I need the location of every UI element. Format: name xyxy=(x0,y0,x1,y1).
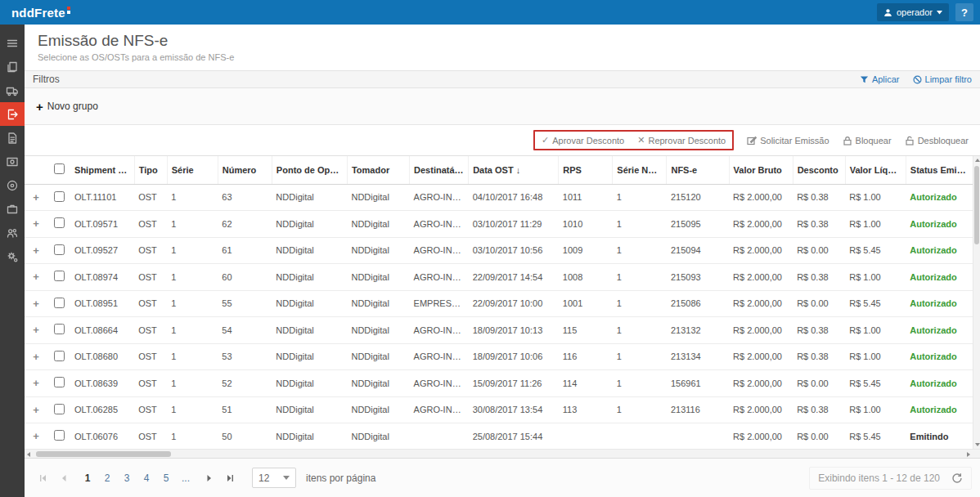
page-button-1[interactable]: 1 xyxy=(79,469,97,487)
page-button-4[interactable]: 4 xyxy=(137,469,155,487)
monitoring-icon[interactable] xyxy=(0,173,25,197)
help-label: ? xyxy=(961,7,968,19)
column-header-rps[interactable]: RPS xyxy=(559,156,613,184)
expand-row-button[interactable]: + xyxy=(30,217,42,230)
expand-row-button[interactable]: + xyxy=(30,351,42,363)
cell-tomador: NDDigital xyxy=(347,317,409,344)
column-header-valor-l-quido[interactable]: Valor Líquido xyxy=(845,156,906,184)
row-checkbox[interactable] xyxy=(54,430,65,441)
table-row[interactable]: + OLT.08680 OST 1 53 NDDigital NDDigital… xyxy=(25,343,974,370)
cell-serie-nfse: 1 xyxy=(613,237,667,264)
table-row[interactable]: + OLT.08639 OST 1 52 NDDigital NDDigital… xyxy=(25,370,974,397)
reject-discount-button[interactable]: ✕ Reprovar Desconto xyxy=(637,135,726,146)
select-all-checkbox[interactable] xyxy=(54,163,65,174)
column-header-tipo[interactable]: Tipo xyxy=(134,156,167,184)
column-header-destinat-rio[interactable]: Destinatário xyxy=(410,156,469,184)
row-checkbox[interactable] xyxy=(54,351,65,361)
expand-row-button[interactable]: + xyxy=(30,191,42,204)
column-header-s-rie[interactable]: Série xyxy=(167,156,218,184)
vertical-scroll-thumb[interactable] xyxy=(974,166,979,244)
approve-discount-button[interactable]: ✓ Aprovar Desconto xyxy=(542,135,624,146)
next-page-button[interactable] xyxy=(200,468,219,488)
request-emission-button[interactable]: Solicitar Emissão xyxy=(747,136,829,146)
refresh-button[interactable] xyxy=(951,472,963,484)
billing-icon[interactable] xyxy=(0,150,25,173)
help-button[interactable]: ? xyxy=(955,3,973,21)
dispatch-icon[interactable] xyxy=(0,197,25,221)
scroll-right-arrow[interactable] xyxy=(964,450,972,459)
table-row[interactable]: + OLT.09571 OST 1 62 NDDigital NDDigital… xyxy=(25,211,974,238)
clear-filter-button[interactable]: Limpar filtro xyxy=(913,74,972,84)
row-checkbox[interactable] xyxy=(54,244,65,255)
more-pages-button[interactable]: ... xyxy=(177,469,195,487)
expand-row-button[interactable]: + xyxy=(30,271,42,283)
cell-shipment-sell: OLT.08680 xyxy=(70,343,134,370)
cell-rps: 1009 xyxy=(559,237,613,264)
row-checkbox[interactable] xyxy=(54,298,65,308)
pager-info-box: Exibindo itens 1 - 12 de 120 xyxy=(809,467,972,490)
horizontal-scrollbar[interactable] xyxy=(25,449,980,458)
table-row[interactable]: + OLT.06285 OST 1 51 NDDigital NDDigital… xyxy=(25,396,974,423)
truck-icon[interactable] xyxy=(0,78,25,102)
row-checkbox[interactable] xyxy=(54,217,65,228)
column-header-ponto-de-opera-[interactable]: Ponto de Opera... xyxy=(272,156,347,184)
last-page-button[interactable] xyxy=(221,468,241,488)
column-header-status-emiss-o[interactable]: Status Emissão xyxy=(906,156,973,184)
cell-nfs-e: 215120 xyxy=(667,184,729,211)
column-header-n-mero[interactable]: Número xyxy=(218,156,272,184)
page-button-5[interactable]: 5 xyxy=(157,469,175,487)
expand-row-button[interactable]: + xyxy=(30,298,42,310)
brand-logo[interactable]: nddFrete xyxy=(11,6,70,20)
page-button-2[interactable]: 2 xyxy=(98,469,116,487)
table-row[interactable]: + OLT.09527 OST 1 61 NDDigital NDDigital… xyxy=(25,237,974,264)
row-checkbox[interactable] xyxy=(54,191,65,202)
expand-row-button[interactable]: + xyxy=(30,430,42,442)
expander-cell: + xyxy=(25,317,47,344)
expand-row-button[interactable]: + xyxy=(30,244,42,257)
new-group-button[interactable]: + Novo grupo xyxy=(36,101,98,113)
nfse-emission-icon[interactable] xyxy=(0,102,25,126)
expand-row-button[interactable]: + xyxy=(30,324,42,336)
table-row[interactable]: + OLT.08664 OST 1 54 NDDigital NDDigital… xyxy=(25,317,974,344)
table-row[interactable]: + OLT.08951 OST 1 55 NDDigital NDDigital… xyxy=(25,290,974,317)
row-checkbox[interactable] xyxy=(54,271,65,281)
column-header-data-ost[interactable]: Data OST ↓ xyxy=(469,156,559,184)
document-icon[interactable] xyxy=(0,126,25,150)
column-header-nfs-e[interactable]: NFS-e xyxy=(667,156,729,184)
vertical-scrollbar[interactable] xyxy=(973,156,980,449)
unblock-button[interactable]: Desbloquear xyxy=(905,136,969,146)
column-header-tomador[interactable]: Tomador xyxy=(347,156,409,184)
row-checkbox[interactable] xyxy=(54,377,65,387)
row-checkbox[interactable] xyxy=(54,404,65,414)
scroll-down-arrow[interactable] xyxy=(973,441,980,449)
horizontal-scroll-thumb[interactable] xyxy=(36,451,171,457)
column-header-valor-bruto[interactable]: Valor Bruto xyxy=(729,156,793,184)
table-row[interactable]: + OLT.08974 OST 1 60 NDDigital NDDigital… xyxy=(25,264,974,291)
settings-icon[interactable] xyxy=(0,244,25,268)
apply-filter-button[interactable]: Aplicar xyxy=(860,74,900,84)
users-icon[interactable] xyxy=(0,221,25,244)
row-checkbox[interactable] xyxy=(54,324,65,334)
previous-page-button[interactable] xyxy=(54,468,74,488)
scroll-left-arrow[interactable] xyxy=(25,450,32,459)
column-header-s-rie-nfse[interactable]: Série NFSe xyxy=(613,156,667,184)
pages-icon[interactable] xyxy=(0,55,25,78)
table-row[interactable]: + OLT.06076 OST 1 50 NDDigital NDDigital… xyxy=(25,423,974,450)
cell-valor-bruto: R$ 2.000,00 xyxy=(729,370,793,397)
block-button[interactable]: Bloquear xyxy=(843,136,892,146)
cell-tipo: OST xyxy=(134,423,167,450)
column-header-desconto[interactable]: Desconto xyxy=(793,156,845,184)
table-row[interactable]: + OLT.11101 OST 1 63 NDDigital NDDigital… xyxy=(25,184,974,211)
cell-rps: 1010 xyxy=(559,211,613,238)
column-header-shipment-sell[interactable]: Shipment Sell xyxy=(70,156,134,184)
expand-row-button[interactable]: + xyxy=(30,404,42,416)
page-size-select[interactable]: 12 xyxy=(252,468,296,488)
scroll-up-arrow[interactable] xyxy=(973,156,980,164)
user-menu-button[interactable]: operador xyxy=(877,3,949,21)
menu-icon[interactable] xyxy=(0,31,25,55)
cell-data-ost: 25/08/2017 15:44 xyxy=(469,423,559,450)
page-button-3[interactable]: 3 xyxy=(118,469,136,487)
first-page-button[interactable] xyxy=(33,468,52,488)
expand-row-button[interactable]: + xyxy=(30,377,42,389)
cell-numero: 51 xyxy=(218,396,272,423)
